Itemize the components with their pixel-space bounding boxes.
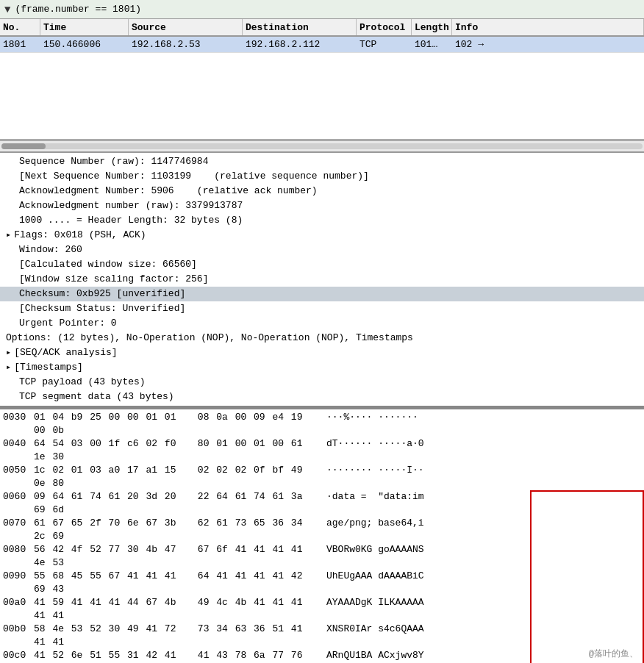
hex-bytes: 64 54 03 00 1f c6 02 f0 80 01 00 01 00 6… [34,437,321,464]
watermark: @落叶的鱼、 [589,648,638,660]
detail-line-options: Options: (12 bytes), No-Operation (NOP),… [0,331,644,345]
hex-offset: 0060 [3,490,34,503]
hex-ascii: XNSR0IAr s4c6QAAA [326,623,641,636]
hex-ascii: dT······ ·····a·0 [326,437,641,451]
col-header-no[interactable]: No. [0,19,40,35]
hex-bytes: 01 04 b9 25 00 00 01 01 08 0a 00 09 e4 1… [34,411,321,437]
hex-row-0070: 0070 61 67 65 2f 70 6e 67 3b 62 61 73 65… [0,517,644,543]
hex-offset: 0050 [3,464,34,477]
table-row[interactable]: 1801 150.466006 192.168.2.53 192.168.2.1… [0,37,644,53]
red-box-group: 0060 09 64 61 74 61 20 3d 20 22 64 61 74… [0,490,644,663]
hex-row-0060: 0060 09 64 61 74 61 20 3d 20 22 64 61 74… [0,490,644,517]
detail-line-seqack[interactable]: ▸[SEQ/ACK analysis] [0,345,644,360]
filter-bar: ▼ (frame.number == 1801) [0,0,644,19]
packet-rows: 1801 150.466006 192.168.2.53 192.168.2.1… [0,37,644,53]
hex-row-00a0: 00a0 41 59 41 41 41 44 67 4b 49 4c 4b 41… [0,596,644,623]
cell-info: 102 → [452,37,644,52]
col-header-destination[interactable]: Destination [243,19,357,35]
hex-row-0030: 0030 01 04 b9 25 00 00 01 01 08 0a 00 09… [0,411,644,437]
hex-bytes: 56 42 4f 52 77 30 4b 47 67 6f 41 41 41 4… [34,543,321,570]
detail-line-timestamps[interactable]: ▸[Timestamps] [0,360,644,375]
hex-bytes: 61 67 65 2f 70 6e 67 3b 62 61 73 65 36 3… [34,517,321,543]
cell-protocol: TCP [357,37,412,52]
hex-panel: 0030 01 04 b9 25 00 00 01 01 08 0a 00 09… [0,409,644,663]
cell-no: 1801 [0,37,40,52]
detail-line: [Calculated window size: 66560] [0,257,644,272]
detail-line: Urgent Pointer: 0 [0,316,644,331]
hex-offset: 0080 [3,543,34,556]
hex-row-0050: 0050 1c 02 01 03 a0 17 a1 15 02 02 02 0f… [0,464,644,490]
hex-row-00b0: 00b0 58 4e 53 52 30 49 41 72 73 34 63 36… [0,623,644,649]
packet-list-empty-area [0,53,644,141]
hex-ascii: VBORw0KG goAAAANS [326,543,641,556]
detail-line: [Next Sequence Number: 1103199 (relative… [0,169,644,184]
detail-line: [Checksum Status: Unverified] [0,301,644,316]
detail-line: 1000 .... = Header Length: 32 bytes (8) [0,213,644,228]
col-header-info[interactable]: Info [452,19,644,35]
hex-ascii: AYAAADgK ILKAAAAA [326,596,641,609]
hex-ascii: UhEUgAAA dAAAABiC [326,570,641,583]
hex-offset: 00a0 [3,596,34,609]
filter-expression: (frame.number == 1801) [15,4,141,15]
scrollbar-track[interactable] [1,143,643,149]
hex-bytes: 55 68 45 55 67 41 41 41 64 41 41 41 41 4… [34,570,321,596]
col-header-protocol[interactable]: Protocol [357,19,412,35]
detail-line: Sequence Number (raw): 1147746984 [0,154,644,169]
col-header-source[interactable]: Source [129,19,243,35]
hex-bytes: 09 64 61 74 61 20 3d 20 22 64 61 74 61 3… [34,490,321,517]
detail-line: Window: 260 [0,243,644,257]
detail-panel: Sequence Number (raw): 1147746984 [Next … [0,153,644,407]
hex-offset: 0070 [3,517,34,530]
hex-bytes: 58 4e 53 52 30 49 41 72 73 34 63 36 51 4… [34,623,321,649]
hex-offset: 0040 [3,437,34,451]
cell-source: 192.168.2.53 [129,37,243,52]
hex-ascii: ·data = "data:im [326,490,641,503]
col-header-length[interactable]: Length [412,19,452,35]
packet-list-header: No. Time Source Destination Protocol Len… [0,19,644,37]
detail-line: [Window size scaling factor: 256] [0,272,644,287]
hex-offset: 00b0 [3,623,34,636]
hex-offset: 0030 [3,411,34,424]
hex-bytes: 41 59 41 41 41 44 67 4b 49 4c 4b 41 41 4… [34,596,321,623]
filter-icon: ▼ [4,4,10,15]
hex-row-0040: 0040 64 54 03 00 1f c6 02 f0 80 01 00 01… [0,437,644,464]
hex-row-0090: 0090 55 68 45 55 67 41 41 41 64 41 41 41… [0,570,644,596]
hex-ascii: ········ ·····I·· [326,464,641,477]
hex-row-00c0: 00c0 41 52 6e 51 55 31 42 41 41 43 78 6a… [0,649,644,663]
detail-line: TCP segment data (43 bytes) [0,390,644,404]
hex-ascii: age/png; base64,i [326,517,641,530]
cell-destination: 192.168.2.112 [243,37,357,52]
scrollbar-thumb[interactable] [1,143,46,149]
detail-line-flags[interactable]: ▸Flags: 0x018 (PSH, ACK) [0,228,644,243]
detail-line: Acknowledgment number (raw): 3379913787 [0,198,644,213]
detail-line-checksum: Checksum: 0xb925 [unverified] [0,287,644,301]
hex-offset: 0090 [3,570,34,583]
detail-line: TCP payload (43 bytes) [0,375,644,390]
hex-bytes: 41 52 6e 51 55 31 42 41 41 43 78 6a 77 7… [34,649,321,663]
hex-bytes: 1c 02 01 03 a0 17 a1 15 02 02 02 0f bf 4… [34,464,321,490]
horizontal-scrollbar[interactable] [0,141,644,153]
col-header-time[interactable]: Time [40,19,129,35]
cell-length: 101… [412,37,452,52]
hex-ascii: ···%···· ······· [326,411,641,424]
hex-offset: 00c0 [3,649,34,662]
hex-row-0080: 0080 56 42 4f 52 77 30 4b 47 67 6f 41 41… [0,543,644,570]
cell-time: 150.466006 [40,37,129,52]
detail-line: Acknowledgment Number: 5906 (relative ac… [0,184,644,198]
